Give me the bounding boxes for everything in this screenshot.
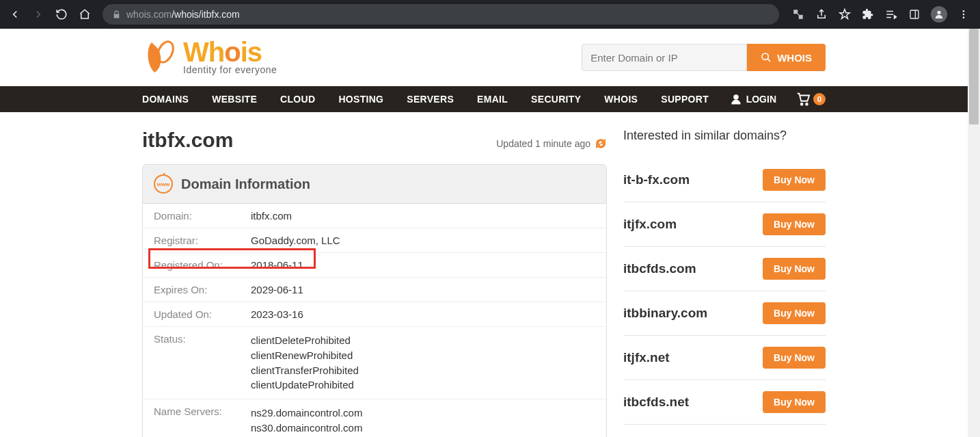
chrome-actions — [787, 6, 975, 23]
info-label: Registrar: — [154, 235, 251, 246]
vertical-scrollbar[interactable] — [968, 29, 980, 437]
page-title: itbfx.com — [142, 129, 233, 152]
search-input[interactable] — [582, 44, 747, 71]
www-icon: www — [154, 174, 173, 194]
info-row-updated-on: Updated On: 2023-03-16 — [143, 302, 606, 327]
login-link[interactable]: LOGIN — [730, 93, 776, 105]
url-host: whois.com/whois/itbfx.com — [126, 9, 240, 20]
bookmark-icon[interactable] — [838, 8, 852, 21]
nav-item-cloud[interactable]: CLOUD — [280, 94, 315, 105]
address-bar[interactable]: whois.com/whois/itbfx.com — [103, 4, 779, 25]
card-title: Domain Information — [181, 176, 310, 192]
ns-item: ns30.domaincontrol.com — [251, 421, 362, 436]
nav-item-security[interactable]: SECURITY — [531, 94, 581, 105]
status-item: clientTransferProhibited — [251, 363, 359, 378]
similar-item: itbcfds.com Buy Now — [623, 247, 826, 291]
info-value: 2023-03-16 — [251, 308, 303, 320]
back-button[interactable] — [5, 5, 25, 24]
playlist-icon[interactable] — [884, 8, 898, 21]
nav-item-email[interactable]: EMAIL — [477, 94, 508, 105]
lock-icon — [112, 10, 121, 19]
logo-icon — [142, 38, 180, 77]
cart-link[interactable]: 0 — [795, 92, 826, 107]
info-value: GoDaddy.com, LLC — [251, 235, 340, 246]
nav-item-whois[interactable]: WHOIS — [604, 94, 638, 105]
nav-item-domains[interactable]: DOMAINS — [142, 94, 189, 105]
share-icon[interactable] — [815, 8, 828, 21]
buy-now-button[interactable]: Buy Now — [763, 347, 826, 369]
browser-toolbar: whois.com/whois/itbfx.com — [0, 0, 980, 29]
similar-name: itjfx.com — [623, 217, 677, 232]
similar-item: itjfx.net Buy Now — [623, 336, 826, 380]
logo-text-segment: o — [224, 37, 240, 67]
whois-button[interactable]: WHOIS — [747, 44, 826, 71]
main-content: itbfx.com Updated 1 minute ago www Domai… — [142, 112, 826, 437]
similar-name: itbbinary.com — [623, 306, 707, 321]
svg-point-10 — [801, 103, 803, 105]
forward-button[interactable] — [29, 5, 48, 24]
cart-count: 0 — [813, 93, 826, 105]
status-item: clientUpdateProhibited — [251, 378, 359, 393]
logo-text: Whois Identity for everyone — [183, 40, 277, 75]
similar-name: itjfx.net — [623, 350, 670, 365]
menu-icon[interactable] — [957, 8, 970, 21]
status-item: clientRenewProhibited — [251, 348, 359, 363]
buy-now-button[interactable]: Buy Now — [763, 258, 826, 280]
nav-item-support[interactable]: SUPPORT — [661, 94, 709, 105]
updated-text: Updated 1 minute ago — [496, 138, 590, 149]
buy-now-button[interactable]: Buy Now — [763, 169, 826, 191]
info-label: Domain: — [154, 210, 251, 222]
info-label: Name Servers: — [154, 406, 251, 436]
buy-now-button[interactable]: Buy Now — [763, 302, 826, 324]
search-icon — [761, 52, 772, 63]
info-label: Expires On: — [154, 284, 251, 295]
whois-button-label: WHOIS — [777, 52, 812, 64]
updated-status: Updated 1 minute ago — [496, 137, 607, 150]
refresh-icon[interactable] — [595, 137, 607, 150]
info-value: itbfx.com — [251, 210, 292, 222]
home-button[interactable] — [75, 5, 94, 24]
highlight-annotation — [148, 248, 316, 269]
scrollbar-thumb[interactable] — [969, 29, 979, 124]
panel-icon[interactable] — [908, 8, 921, 21]
svg-point-7 — [762, 53, 768, 59]
info-row-status: Status: clientDeleteProhibited clientRen… — [143, 327, 606, 399]
cart-icon — [795, 92, 811, 107]
svg-point-9 — [733, 94, 739, 100]
similar-title: Interested in similar domains? — [623, 129, 826, 143]
svg-point-4 — [963, 14, 965, 16]
similar-name: it-b-fx.com — [623, 172, 690, 187]
svg-point-2 — [937, 11, 940, 14]
nav-item-servers[interactable]: SERVERS — [407, 94, 454, 105]
similar-name: itbcfds.com — [623, 261, 696, 276]
logo-text-segment: Wh — [183, 37, 224, 67]
buy-now-button[interactable]: Buy Now — [763, 391, 826, 413]
nav-item-website[interactable]: WEBSITE — [212, 94, 257, 105]
logo[interactable]: Whois Identity for everyone — [142, 38, 277, 77]
info-row-name-servers: Name Servers: ns29.domaincontrol.com ns3… — [143, 399, 606, 437]
svg-point-3 — [963, 10, 965, 12]
info-label: Status: — [154, 333, 251, 393]
svg-rect-0 — [910, 10, 918, 18]
nav-item-hosting[interactable]: HOSTING — [338, 94, 383, 105]
buy-now-button[interactable]: Buy Now — [763, 213, 826, 235]
similar-item: it-b-fx.com Buy Now — [623, 158, 826, 202]
similar-item: itbcfds.net Buy Now — [623, 380, 826, 425]
info-value: ns29.domaincontrol.com ns30.domaincontro… — [251, 406, 362, 436]
info-label: Updated On: — [154, 308, 251, 320]
login-label: LOGIN — [746, 94, 776, 105]
svg-point-5 — [963, 16, 965, 18]
translate-icon[interactable] — [791, 8, 805, 21]
nav-items: DOMAINS WEBSITE CLOUD HOSTING SERVERS EM… — [142, 94, 709, 105]
user-icon — [730, 93, 742, 105]
status-item: clientDeleteProhibited — [251, 333, 359, 348]
whois-search: WHOIS — [582, 44, 826, 71]
domain-info-card: www Domain Information Domain: itbfx.com… — [142, 164, 607, 437]
profile-avatar[interactable] — [931, 6, 947, 23]
reload-button[interactable] — [52, 5, 71, 24]
svg-point-11 — [806, 103, 808, 105]
logo-tagline: Identity for everyone — [183, 64, 277, 75]
extensions-icon[interactable] — [861, 8, 875, 21]
page: Whois Identity for everyone WHOIS DOMAIN… — [0, 29, 968, 437]
info-row-domain: Domain: itbfx.com — [143, 204, 606, 228]
